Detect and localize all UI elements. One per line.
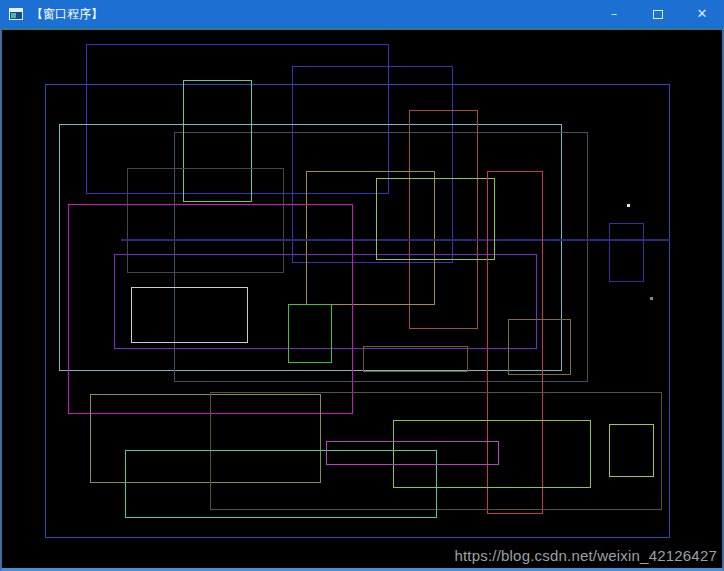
app-icon [9, 8, 23, 20]
maximize-icon [653, 10, 663, 19]
close-icon: ✕ [697, 0, 708, 28]
title-bar: 【窗口程序】 – ✕ [0, 0, 724, 28]
window-title: 【窗口程序】 [31, 0, 103, 28]
caption-buttons: – ✕ [592, 0, 724, 28]
minimize-button[interactable]: – [592, 0, 636, 28]
client-area [0, 28, 724, 571]
app-window: 【窗口程序】 – ✕ https://blog.csdn.net/weixin_… [0, 0, 724, 571]
minimize-icon: – [611, 0, 618, 28]
maximize-button[interactable] [636, 0, 680, 28]
close-button[interactable]: ✕ [680, 0, 724, 28]
watermark-text: https://blog.csdn.net/weixin_42126427 [454, 547, 717, 564]
